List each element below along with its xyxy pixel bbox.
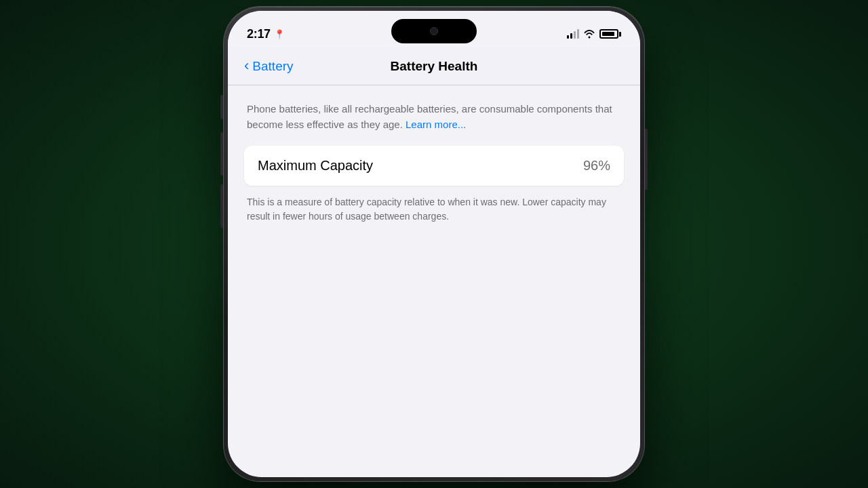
battery-tip xyxy=(619,32,621,37)
battery-body xyxy=(599,29,618,39)
power-button xyxy=(645,129,648,190)
max-capacity-label: Maximum Capacity xyxy=(258,158,373,174)
status-bar: 2:17 📍 xyxy=(228,11,640,47)
mute-button xyxy=(220,95,223,119)
status-icons xyxy=(567,29,621,39)
navigation-bar: ‹ Battery Battery Health xyxy=(228,47,640,85)
signal-bar-3 xyxy=(574,31,576,39)
learn-more-link[interactable]: Learn more... xyxy=(406,119,466,130)
location-icon: 📍 xyxy=(274,29,285,39)
max-capacity-value: 96% xyxy=(583,158,610,174)
status-time: 2:17 📍 xyxy=(247,27,285,41)
back-button[interactable]: ‹ Battery xyxy=(244,59,294,74)
back-label: Battery xyxy=(252,59,293,74)
time-display: 2:17 xyxy=(247,27,271,41)
capacity-description: This is a measure of battery capacity re… xyxy=(244,188,624,224)
battery-fill xyxy=(602,32,614,36)
signal-bar-1 xyxy=(567,35,569,39)
signal-bar-2 xyxy=(570,33,572,39)
back-chevron-icon: ‹ xyxy=(244,58,249,73)
page-title: Battery Health xyxy=(391,59,478,74)
battery-icon xyxy=(599,29,621,39)
wifi-icon xyxy=(583,29,595,39)
dynamic-island xyxy=(391,19,477,43)
camera-dot xyxy=(430,27,438,35)
phone-screen: 2:17 📍 xyxy=(228,11,640,477)
phone-frame: 2:17 📍 xyxy=(224,7,644,481)
max-capacity-card: Maximum Capacity 96% xyxy=(244,146,624,186)
signal-bar-4 xyxy=(577,29,579,39)
volume-up-button xyxy=(220,132,223,176)
content-area: Phone batteries, like all rechargeable b… xyxy=(228,85,640,224)
description-text: Phone batteries, like all rechargeable b… xyxy=(244,102,624,132)
signal-icon xyxy=(567,29,579,39)
volume-down-button xyxy=(220,184,223,228)
